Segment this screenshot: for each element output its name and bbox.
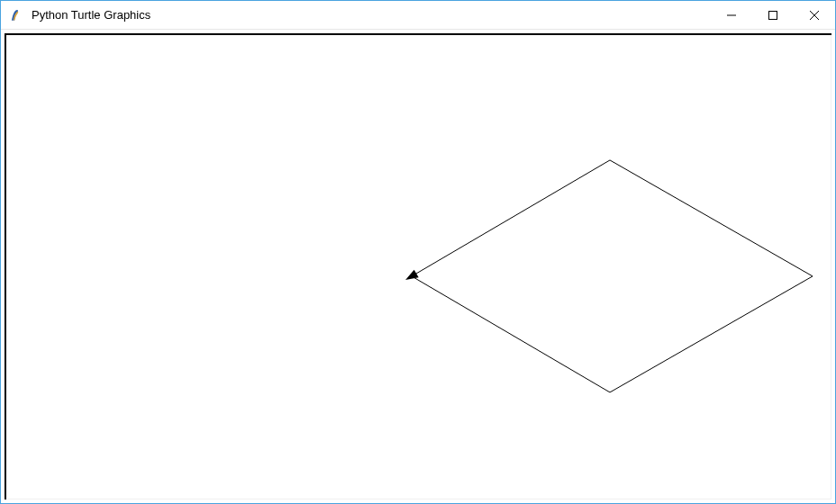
python-tkinter-feather-icon bbox=[8, 7, 24, 23]
turtle-canvas-frame bbox=[5, 33, 831, 500]
window-controls bbox=[711, 1, 835, 29]
minimize-button[interactable] bbox=[711, 1, 752, 30]
titlebar[interactable]: Python Turtle Graphics bbox=[1, 1, 835, 30]
svg-marker-4 bbox=[404, 270, 419, 284]
client-area bbox=[1, 30, 835, 503]
maximize-icon bbox=[768, 11, 777, 20]
maximize-button[interactable] bbox=[752, 1, 794, 30]
window-title: Python Turtle Graphics bbox=[32, 1, 150, 30]
diamond-shape bbox=[412, 160, 813, 392]
minimize-icon bbox=[727, 11, 736, 20]
turtle-cursor-icon bbox=[404, 270, 419, 284]
app-window: Python Turtle Graphics bbox=[0, 0, 836, 504]
close-button[interactable] bbox=[794, 1, 835, 30]
svg-rect-1 bbox=[769, 12, 777, 20]
close-icon bbox=[810, 11, 819, 20]
turtle-canvas bbox=[6, 35, 831, 500]
